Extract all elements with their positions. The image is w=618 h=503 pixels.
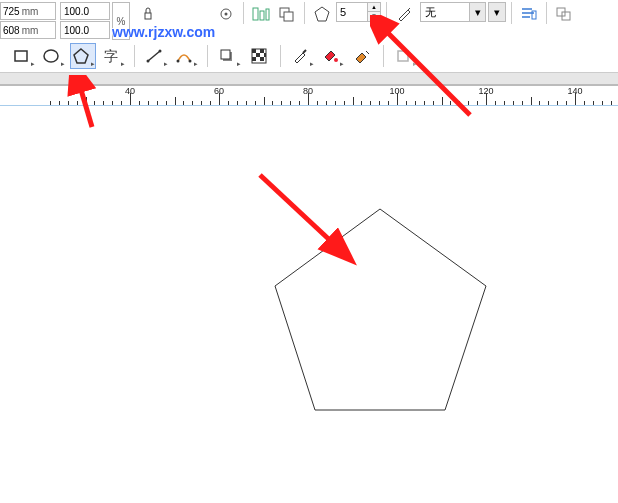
svg-point-29	[334, 58, 338, 62]
svg-marker-8	[315, 7, 329, 21]
annotation-arrow-sides	[370, 15, 520, 135]
svg-rect-7	[284, 12, 293, 21]
svg-rect-21	[221, 50, 230, 59]
scale-y-value: 100.0	[64, 25, 89, 36]
order-icon[interactable]	[275, 2, 299, 26]
svg-rect-3	[253, 8, 258, 20]
svg-line-31	[382, 27, 470, 115]
svg-rect-12	[15, 51, 27, 61]
annotation-arrow-polygon-tool	[57, 75, 117, 135]
shape-toolbar: ▸ ▸ ▸ 字 ▸ ▸ ▸ ▸	[0, 40, 618, 72]
convert-to-curves-icon[interactable]	[552, 2, 576, 26]
height-field[interactable]: 608 mm	[0, 21, 56, 39]
polygon-sides-icon	[310, 2, 334, 26]
scale-group: 100.0 100.0	[60, 2, 110, 39]
svg-rect-25	[256, 53, 260, 57]
svg-rect-24	[260, 49, 264, 53]
svg-line-33	[79, 83, 92, 127]
separator	[304, 2, 305, 24]
annotation-arrow-pentagon	[245, 165, 385, 285]
separator	[546, 2, 547, 24]
rectangle-tool-button[interactable]: ▸	[10, 43, 36, 69]
svg-rect-27	[252, 57, 256, 61]
svg-point-16	[146, 60, 149, 63]
svg-rect-0	[145, 13, 151, 19]
text-tool-button[interactable]: 字 ▸	[100, 43, 126, 69]
svg-rect-4	[260, 11, 264, 20]
svg-rect-5	[266, 9, 269, 20]
bezier-tool-button[interactable]: ▸	[173, 43, 199, 69]
svg-point-2	[225, 13, 228, 16]
svg-rect-26	[264, 53, 266, 57]
width-field[interactable]: 725 mm	[0, 2, 56, 20]
width-value: 725	[3, 6, 20, 17]
text-wrap-icon[interactable]	[517, 2, 541, 26]
height-value: 608	[3, 25, 20, 36]
transparency-tool-button[interactable]	[246, 43, 272, 69]
svg-text:字: 字	[104, 49, 118, 64]
polygon-tool-button[interactable]: ▸	[70, 43, 96, 69]
watermark-text: www.rjzxw.com	[112, 24, 215, 40]
width-unit: mm	[22, 6, 39, 17]
scale-x-field[interactable]: 100.0	[60, 2, 110, 20]
eyedropper-tool-button[interactable]: ▸	[289, 43, 315, 69]
svg-point-19	[188, 60, 191, 63]
lock-ratio-icon[interactable]	[136, 2, 160, 26]
dimension-group: 725 mm 608 mm	[0, 2, 56, 39]
svg-rect-28	[260, 57, 264, 61]
drawing-canvas[interactable]	[0, 120, 618, 503]
separator	[134, 45, 135, 67]
scale-x-value: 100.0	[64, 6, 89, 17]
svg-point-17	[158, 50, 161, 53]
separator	[207, 45, 208, 67]
svg-point-13	[44, 50, 58, 62]
drop-shadow-tool-button[interactable]: ▸	[216, 43, 242, 69]
svg-rect-9	[532, 11, 536, 19]
scale-y-field[interactable]: 100.0	[60, 21, 110, 39]
align-distribute-icon[interactable]	[249, 2, 273, 26]
svg-marker-14	[74, 49, 88, 63]
svg-point-18	[176, 60, 179, 63]
fill-tool-button[interactable]: ▸	[319, 43, 345, 69]
height-unit: mm	[22, 25, 39, 36]
freehand-tool-button[interactable]: ▸	[143, 43, 169, 69]
polygon-sides-input[interactable]	[337, 3, 367, 21]
rotate-target-icon[interactable]	[214, 2, 238, 26]
separator	[243, 2, 244, 24]
separator	[280, 45, 281, 67]
svg-line-32	[260, 175, 335, 245]
sides-up-button[interactable]: ▲	[368, 3, 380, 12]
svg-rect-23	[252, 49, 256, 53]
ellipse-tool-button[interactable]: ▸	[40, 43, 66, 69]
